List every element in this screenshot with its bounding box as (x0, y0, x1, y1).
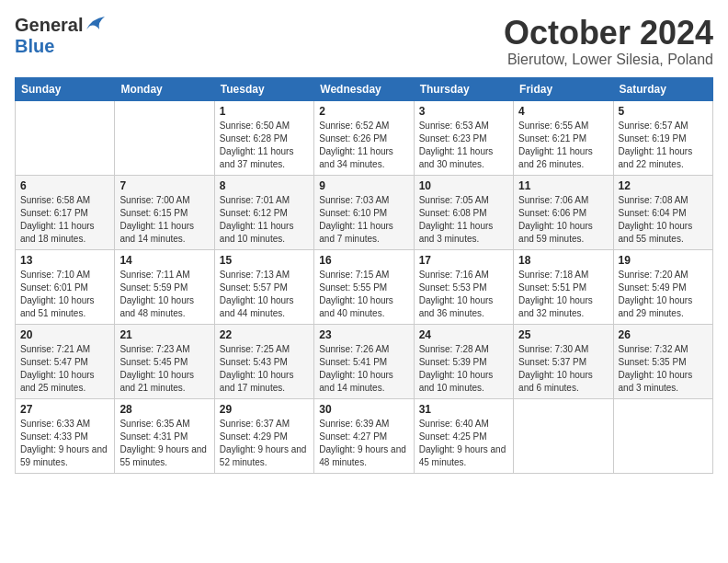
day-info: Sunrise: 7:20 AM Sunset: 5:49 PM Dayligh… (619, 269, 708, 320)
day-number: 7 (119, 179, 209, 192)
day-info: Sunrise: 7:00 AM Sunset: 6:15 PM Dayligh… (119, 194, 209, 246)
day-number: 2 (319, 105, 408, 118)
calendar-table: SundayMondayTuesdayWednesdayThursdayFrid… (15, 77, 713, 474)
day-info: Sunrise: 7:05 AM Sunset: 6:08 PM Dayligh… (419, 194, 508, 246)
weekday-header-tuesday: Tuesday (214, 77, 313, 100)
logo-blue-text: Blue (15, 36, 54, 56)
weekday-header-thursday: Thursday (414, 77, 513, 100)
calendar-cell: 17Sunrise: 7:16 AM Sunset: 5:53 PM Dayli… (414, 249, 513, 324)
day-info: Sunrise: 7:18 AM Sunset: 5:51 PM Dayligh… (518, 269, 608, 320)
page-header: General Blue October 2024 Bierutow, Lowe… (15, 15, 713, 68)
calendar-cell: 18Sunrise: 7:18 AM Sunset: 5:51 PM Dayli… (514, 249, 613, 324)
day-number: 1 (220, 105, 309, 118)
day-number: 21 (119, 328, 209, 341)
day-number: 25 (518, 328, 608, 341)
calendar-cell: 24Sunrise: 7:28 AM Sunset: 5:39 PM Dayli… (414, 324, 513, 398)
day-info: Sunrise: 6:57 AM Sunset: 6:19 PM Dayligh… (619, 120, 708, 171)
day-number: 24 (419, 328, 508, 341)
day-number: 13 (20, 254, 109, 267)
calendar-week-row: 20Sunrise: 7:21 AM Sunset: 5:47 PM Dayli… (16, 324, 713, 398)
day-number: 30 (319, 403, 408, 416)
calendar-cell: 14Sunrise: 7:11 AM Sunset: 5:59 PM Dayli… (115, 249, 214, 324)
calendar-week-row: 27Sunrise: 6:33 AM Sunset: 4:33 PM Dayli… (16, 398, 713, 473)
calendar-cell: 2Sunrise: 6:52 AM Sunset: 6:26 PM Daylig… (314, 100, 414, 175)
calendar-week-row: 13Sunrise: 7:10 AM Sunset: 6:01 PM Dayli… (16, 249, 713, 324)
day-number: 11 (518, 179, 608, 192)
day-number: 9 (319, 179, 408, 192)
day-number: 3 (419, 105, 508, 118)
day-number: 8 (220, 179, 309, 192)
day-number: 15 (220, 254, 309, 267)
calendar-cell: 29Sunrise: 6:37 AM Sunset: 4:29 PM Dayli… (214, 398, 313, 473)
calendar-week-row: 1Sunrise: 6:50 AM Sunset: 6:28 PM Daylig… (16, 100, 713, 175)
calendar-cell: 26Sunrise: 7:32 AM Sunset: 5:35 PM Dayli… (613, 324, 712, 398)
day-info: Sunrise: 7:11 AM Sunset: 5:59 PM Dayligh… (119, 269, 209, 320)
day-info: Sunrise: 6:52 AM Sunset: 6:26 PM Dayligh… (319, 120, 408, 171)
day-info: Sunrise: 6:33 AM Sunset: 4:33 PM Dayligh… (20, 418, 109, 469)
calendar-cell: 8Sunrise: 7:01 AM Sunset: 6:12 PM Daylig… (214, 175, 313, 249)
day-number: 4 (518, 105, 608, 118)
calendar-cell: 11Sunrise: 7:06 AM Sunset: 6:06 PM Dayli… (514, 175, 613, 249)
day-number: 12 (619, 179, 708, 192)
calendar-cell: 30Sunrise: 6:39 AM Sunset: 4:27 PM Dayli… (314, 398, 414, 473)
day-number: 20 (20, 328, 109, 341)
month-title: October 2024 (504, 15, 713, 52)
day-info: Sunrise: 6:53 AM Sunset: 6:23 PM Dayligh… (419, 120, 508, 171)
day-info: Sunrise: 7:32 AM Sunset: 5:35 PM Dayligh… (619, 343, 708, 395)
calendar-cell: 19Sunrise: 7:20 AM Sunset: 5:49 PM Dayli… (613, 249, 712, 324)
calendar-cell: 6Sunrise: 6:58 AM Sunset: 6:17 PM Daylig… (16, 175, 115, 249)
day-info: Sunrise: 6:39 AM Sunset: 4:27 PM Dayligh… (319, 418, 408, 469)
calendar-cell: 16Sunrise: 7:15 AM Sunset: 5:55 PM Dayli… (314, 249, 414, 324)
day-number: 26 (619, 328, 708, 341)
day-info: Sunrise: 7:28 AM Sunset: 5:39 PM Dayligh… (419, 343, 508, 395)
logo: General Blue (15, 15, 105, 57)
calendar-cell: 28Sunrise: 6:35 AM Sunset: 4:31 PM Dayli… (115, 398, 214, 473)
day-info: Sunrise: 7:30 AM Sunset: 5:37 PM Dayligh… (518, 343, 608, 395)
calendar-cell: 13Sunrise: 7:10 AM Sunset: 6:01 PM Dayli… (16, 249, 115, 324)
logo-bird-icon (85, 17, 105, 33)
day-number: 6 (20, 179, 109, 192)
day-number: 10 (419, 179, 508, 192)
calendar-cell: 23Sunrise: 7:26 AM Sunset: 5:41 PM Dayli… (314, 324, 414, 398)
calendar-cell: 3Sunrise: 6:53 AM Sunset: 6:23 PM Daylig… (414, 100, 513, 175)
day-number: 18 (518, 254, 608, 267)
calendar-cell (115, 100, 214, 175)
day-number: 23 (319, 328, 408, 341)
weekday-header-monday: Monday (115, 77, 214, 100)
weekday-header-friday: Friday (514, 77, 613, 100)
calendar-cell: 15Sunrise: 7:13 AM Sunset: 5:57 PM Dayli… (214, 249, 313, 324)
day-info: Sunrise: 7:21 AM Sunset: 5:47 PM Dayligh… (20, 343, 109, 395)
calendar-cell: 5Sunrise: 6:57 AM Sunset: 6:19 PM Daylig… (613, 100, 712, 175)
day-info: Sunrise: 7:03 AM Sunset: 6:10 PM Dayligh… (319, 194, 408, 246)
calendar-cell: 12Sunrise: 7:08 AM Sunset: 6:04 PM Dayli… (613, 175, 712, 249)
day-number: 29 (220, 403, 309, 416)
day-info: Sunrise: 6:50 AM Sunset: 6:28 PM Dayligh… (220, 120, 309, 171)
day-number: 19 (619, 254, 708, 267)
calendar-cell: 21Sunrise: 7:23 AM Sunset: 5:45 PM Dayli… (115, 324, 214, 398)
day-info: Sunrise: 7:10 AM Sunset: 6:01 PM Dayligh… (20, 269, 109, 320)
day-info: Sunrise: 7:23 AM Sunset: 5:45 PM Dayligh… (119, 343, 209, 395)
day-number: 16 (319, 254, 408, 267)
calendar-cell (514, 398, 613, 473)
day-info: Sunrise: 6:40 AM Sunset: 4:25 PM Dayligh… (419, 418, 508, 469)
day-info: Sunrise: 6:58 AM Sunset: 6:17 PM Dayligh… (20, 194, 109, 246)
day-info: Sunrise: 7:01 AM Sunset: 6:12 PM Dayligh… (220, 194, 309, 246)
day-number: 27 (20, 403, 109, 416)
day-info: Sunrise: 6:37 AM Sunset: 4:29 PM Dayligh… (220, 418, 309, 469)
calendar-cell: 27Sunrise: 6:33 AM Sunset: 4:33 PM Dayli… (16, 398, 115, 473)
calendar-cell: 22Sunrise: 7:25 AM Sunset: 5:43 PM Dayli… (214, 324, 313, 398)
day-number: 17 (419, 254, 508, 267)
calendar-cell: 25Sunrise: 7:30 AM Sunset: 5:37 PM Dayli… (514, 324, 613, 398)
calendar-cell: 7Sunrise: 7:00 AM Sunset: 6:15 PM Daylig… (115, 175, 214, 249)
calendar-cell: 4Sunrise: 6:55 AM Sunset: 6:21 PM Daylig… (514, 100, 613, 175)
location-title: Bierutow, Lower Silesia, Poland (504, 52, 713, 68)
calendar-cell (16, 100, 115, 175)
calendar-cell: 10Sunrise: 7:05 AM Sunset: 6:08 PM Dayli… (414, 175, 513, 249)
day-info: Sunrise: 6:55 AM Sunset: 6:21 PM Dayligh… (518, 120, 608, 171)
calendar-cell (613, 398, 712, 473)
day-info: Sunrise: 7:16 AM Sunset: 5:53 PM Dayligh… (419, 269, 508, 320)
calendar-header-row: SundayMondayTuesdayWednesdayThursdayFrid… (16, 77, 713, 100)
calendar-week-row: 6Sunrise: 6:58 AM Sunset: 6:17 PM Daylig… (16, 175, 713, 249)
day-info: Sunrise: 7:13 AM Sunset: 5:57 PM Dayligh… (220, 269, 309, 320)
day-number: 31 (419, 403, 508, 416)
